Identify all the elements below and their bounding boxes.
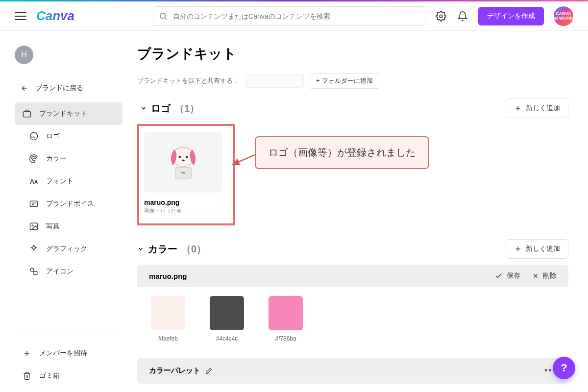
search-icon bbox=[159, 12, 168, 21]
logo-item-name: maruo.png bbox=[144, 198, 222, 206]
canva-logo[interactable]: Canva bbox=[36, 8, 74, 24]
swatch-label: #4c4c4c bbox=[216, 335, 238, 342]
logo-item-meta: 画像・たった今 bbox=[144, 207, 222, 215]
color-swatch bbox=[210, 296, 244, 330]
svg-point-14 bbox=[32, 225, 33, 226]
chevron-down-icon bbox=[137, 245, 144, 252]
palette-save-button[interactable]: 保存 bbox=[495, 271, 520, 280]
search-input[interactable] bbox=[153, 6, 425, 26]
sidebar-item-icon[interactable]: アイコン bbox=[15, 260, 122, 283]
create-design-button[interactable]: デザインを作成 bbox=[478, 7, 544, 25]
dog-illustration bbox=[161, 140, 205, 184]
gear-icon[interactable] bbox=[435, 10, 447, 22]
back-link-label: ブランドに戻る bbox=[35, 84, 83, 93]
palette-card: maruo.png 保存 削除 #faefeb#4c4c4c#f786ba bbox=[137, 265, 568, 351]
bell-icon[interactable] bbox=[457, 10, 468, 22]
swatch-label: #f786ba bbox=[275, 335, 296, 342]
swatch-item[interactable]: #f786ba bbox=[269, 296, 303, 342]
logo-thumb bbox=[144, 132, 222, 193]
svg-point-8 bbox=[33, 156, 34, 157]
add-color-button[interactable]: 新しく追加 bbox=[506, 239, 568, 259]
voice-icon bbox=[28, 198, 39, 209]
sidebar-item-label: ブランドキット bbox=[39, 109, 87, 118]
arrow-left-icon bbox=[21, 84, 28, 92]
image-icon bbox=[28, 221, 39, 232]
sidebar-item-voice[interactable]: ブランドボイス bbox=[15, 193, 122, 215]
color-palette-card: カラーパレット ••• bbox=[137, 358, 568, 384]
palette-name: maruo.png bbox=[149, 272, 187, 280]
swatch-label: #faefeb bbox=[158, 335, 178, 342]
svg-point-22 bbox=[179, 156, 181, 158]
annotation-arrow bbox=[229, 153, 257, 168]
color-swatch bbox=[151, 296, 185, 330]
svg-line-1 bbox=[165, 18, 166, 19]
search-box bbox=[153, 6, 425, 26]
sidebar-item-label: ブランドボイス bbox=[46, 199, 94, 208]
sidebar-item-graphic[interactable]: グラフィック bbox=[15, 238, 122, 260]
color-swatch bbox=[269, 296, 303, 330]
color-count: （0） bbox=[181, 243, 206, 256]
add-logo-button[interactable]: 新しく追加 bbox=[506, 98, 568, 118]
svg-rect-26 bbox=[181, 172, 185, 174]
trash-label: ゴミ箱 bbox=[39, 371, 60, 380]
sidebar-item-brandkit[interactable]: ブランドキット bbox=[15, 102, 122, 125]
chevron-down-icon bbox=[140, 105, 147, 112]
trash-icon bbox=[22, 370, 32, 381]
sidebar-item-label: 写真 bbox=[46, 222, 60, 231]
sidebar-item-label: グラフィック bbox=[46, 245, 87, 253]
svg-point-15 bbox=[30, 268, 34, 271]
sidebar-item-label: ロゴ bbox=[46, 132, 60, 141]
sidebar-item-label: アイコン bbox=[46, 267, 74, 276]
svg-point-7 bbox=[31, 158, 32, 159]
invite-label: メンバーを招待 bbox=[39, 349, 87, 358]
help-button[interactable]: ? bbox=[553, 357, 575, 379]
svg-point-0 bbox=[160, 13, 166, 19]
svg-point-9 bbox=[35, 156, 36, 157]
color-heading: カラー bbox=[148, 243, 177, 256]
pencil-icon[interactable] bbox=[205, 368, 212, 374]
hamburger-icon[interactable] bbox=[15, 12, 26, 20]
svg-rect-4 bbox=[24, 112, 31, 117]
svg-rect-16 bbox=[34, 271, 37, 275]
svg-line-31 bbox=[232, 155, 255, 165]
shapes-icon bbox=[28, 266, 39, 277]
palette2-name: カラーパレット bbox=[149, 366, 200, 375]
logo-section-highlight: maruo.png 画像・たった今 bbox=[137, 124, 235, 225]
palette-icon bbox=[28, 153, 39, 164]
logo-icon: co. bbox=[28, 131, 39, 142]
palette-delete-button[interactable]: 削除 bbox=[532, 271, 557, 280]
sidebar-item-photo[interactable]: 写真 bbox=[15, 215, 122, 238]
logo-section-head[interactable]: ロゴ （1） bbox=[140, 102, 199, 115]
swatch-item[interactable]: #faefeb bbox=[151, 296, 185, 342]
add-folder-button[interactable]: +フォルダーに追加 bbox=[310, 73, 379, 89]
topbar: Canva デザインを作成 CANVA at WORK bbox=[0, 1, 588, 31]
graphic-icon bbox=[28, 244, 39, 254]
logo-count: （1） bbox=[174, 102, 199, 115]
share-row: ブランドキットを以下と共有する： +フォルダーに追加 bbox=[137, 73, 568, 89]
sidebar-item-color[interactable]: カラー bbox=[15, 147, 122, 170]
color-section-head[interactable]: カラー （0） bbox=[137, 243, 206, 256]
logo-card[interactable]: maruo.png 画像・たった今 bbox=[144, 132, 222, 215]
invite-members-button[interactable]: メンバーを招待 bbox=[15, 342, 122, 365]
svg-rect-13 bbox=[30, 223, 38, 229]
share-label: ブランドキットを以下と共有する： bbox=[137, 76, 239, 85]
page-title: ブランドキット bbox=[137, 45, 568, 63]
trash-button[interactable]: ゴミ箱 bbox=[15, 365, 122, 387]
main-content: ブランドキット ブランドキットを以下と共有する： +フォルダーに追加 ロゴ （1… bbox=[127, 31, 588, 392]
canva-work-badge[interactable]: CANVA at WORK bbox=[554, 6, 573, 26]
sidebar-item-label: フォント bbox=[46, 177, 74, 186]
back-to-brand-link[interactable]: ブランドに戻る bbox=[15, 79, 122, 98]
share-input[interactable] bbox=[245, 74, 304, 88]
avatar[interactable]: H bbox=[15, 46, 33, 64]
sidebar-item-label: カラー bbox=[46, 154, 67, 163]
sidebar-item-font[interactable]: AA フォント bbox=[15, 170, 122, 193]
swatch-item[interactable]: #4c4c4c bbox=[210, 296, 244, 342]
svg-point-23 bbox=[186, 156, 188, 158]
briefcase-icon bbox=[22, 108, 32, 119]
svg-text:co.: co. bbox=[31, 134, 36, 139]
annotation-callout: ロゴ（画像等）が登録されました bbox=[255, 136, 429, 169]
logo-heading: ロゴ bbox=[151, 102, 171, 115]
font-icon: AA bbox=[28, 176, 39, 187]
plus-icon bbox=[22, 348, 32, 359]
sidebar-item-logo[interactable]: co. ロゴ bbox=[15, 125, 122, 147]
